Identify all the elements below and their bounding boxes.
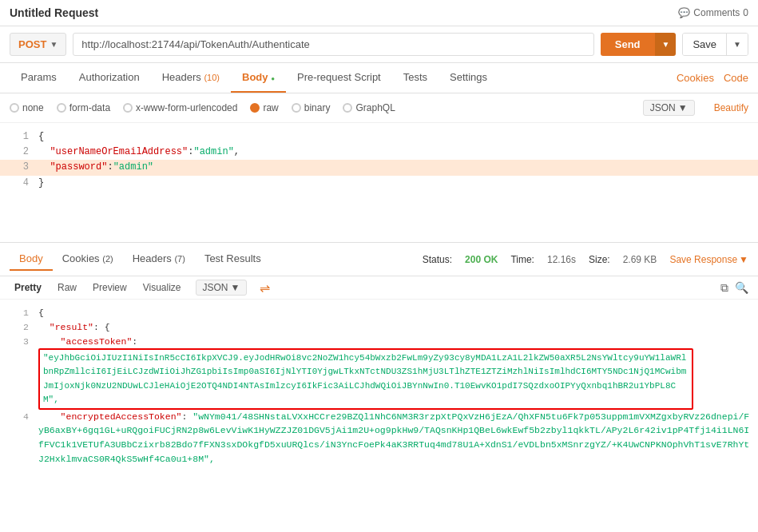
tab-body[interactable]: Body ● <box>231 63 286 93</box>
response-header: Body Cookies (2) Headers (7) Test Result… <box>0 243 758 276</box>
send-dropdown-button[interactable]: ▼ <box>655 33 677 56</box>
code-line-2: 2 "userNameOrEmailAddress":"admin", <box>0 145 758 160</box>
save-response-arrow-icon: ▼ <box>739 254 748 265</box>
send-button-group: Send ▼ <box>601 33 677 56</box>
access-token-value: "eyJhbGciOiJIUzI1NiIsInR5cCI6IkpXVCJ9.ey… <box>43 353 686 403</box>
fmt-visualize[interactable]: Visualize <box>138 280 186 295</box>
resp-tab-headers[interactable]: Headers (7) <box>123 248 195 271</box>
code-link[interactable]: Code <box>724 72 748 84</box>
url-bar: POST ▼ Send ▼ Save ▼ <box>0 26 758 63</box>
body-options-bar: none form-data x-www-form-urlencoded raw… <box>0 93 758 123</box>
cookies-link[interactable]: Cookies <box>677 72 714 84</box>
url-input[interactable] <box>73 33 593 56</box>
tab-headers[interactable]: Headers (10) <box>151 63 231 93</box>
save-response-button[interactable]: Save Response ▼ <box>669 254 748 265</box>
request-title: Untitled Request <box>10 6 98 19</box>
resp-line-3: 3 "accessToken": "eyJhbGciOiJIUzI1NiIsIn… <box>0 335 758 410</box>
option-binary[interactable]: binary <box>292 102 331 113</box>
resp-tab-body[interactable]: Body <box>10 248 53 271</box>
title-bar: Untitled Request 💬 Comments 0 <box>0 0 758 26</box>
option-binary-label: binary <box>304 102 331 113</box>
response-format-bar: Pretty Raw Preview Visualize JSON ▼ ⇌ ⧉ … <box>0 276 758 300</box>
resp-line-1: 1 { <box>0 306 758 320</box>
copy-response-button[interactable]: ⧉ <box>720 281 728 295</box>
tabs-right: Cookies Code <box>677 72 748 84</box>
option-none-label: none <box>22 102 44 113</box>
request-tabs: Params Authorization Headers (10) Body ●… <box>0 63 758 93</box>
resp-tab-test-results[interactable]: Test Results <box>195 248 271 271</box>
status-area: Status: 200 OK Time: 12.16s Size: 2.69 K… <box>423 254 748 265</box>
option-graphql[interactable]: GraphQL <box>343 102 395 113</box>
body-format-arrow-icon: ▼ <box>678 102 688 113</box>
fmt-raw[interactable]: Raw <box>53 280 81 295</box>
radio-none <box>10 103 19 113</box>
size-label: Size: <box>589 254 610 265</box>
fmt-preview[interactable]: Preview <box>88 280 132 295</box>
request-body-editor[interactable]: 1 { 2 "userNameOrEmailAddress":"admin", … <box>0 123 758 243</box>
comment-icon: 💬 <box>678 7 690 18</box>
option-urlencoded[interactable]: x-www-form-urlencoded <box>123 102 237 113</box>
send-button[interactable]: Send <box>601 33 655 56</box>
search-response-button[interactable]: 🔍 <box>735 281 748 295</box>
tab-tests[interactable]: Tests <box>392 63 439 93</box>
response-format-label: JSON <box>203 282 228 293</box>
option-raw-label: raw <box>263 102 278 113</box>
body-format-label: JSON <box>650 102 676 113</box>
method-arrow-icon: ▼ <box>50 40 58 49</box>
comments-count: 0 <box>743 7 748 18</box>
radio-binary <box>292 103 301 113</box>
size-value: 2.69 KB <box>623 254 657 265</box>
save-dropdown-button[interactable]: ▼ <box>726 34 748 55</box>
beautify-button[interactable]: Beautify <box>714 102 748 113</box>
body-format-select[interactable]: JSON ▼ <box>643 100 695 116</box>
resp-line-4: 4 "encryptedAccessToken": "wNYm041/48SHN… <box>0 410 758 466</box>
response-format-select[interactable]: JSON ▼ <box>196 280 248 296</box>
code-line-4: 4 } <box>0 176 758 191</box>
resp-format-arrow-icon: ▼ <box>231 282 240 293</box>
status-value: 200 OK <box>465 254 498 265</box>
method-value: POST <box>18 38 46 50</box>
tab-params[interactable]: Params <box>10 63 68 93</box>
radio-graphql <box>343 103 352 113</box>
option-urlencoded-label: x-www-form-urlencoded <box>136 102 237 113</box>
wrap-icon[interactable]: ⇌ <box>260 280 270 296</box>
option-none[interactable]: none <box>10 102 44 113</box>
radio-raw <box>250 103 260 113</box>
time-value: 12.16s <box>547 254 576 265</box>
option-graphql-label: GraphQL <box>355 102 395 113</box>
resp-line-2: 2 "result": { <box>0 320 758 335</box>
save-response-label: Save Response <box>669 254 737 265</box>
response-icons: ⧉ 🔍 <box>720 281 748 295</box>
method-select[interactable]: POST ▼ <box>10 33 66 56</box>
comments-button[interactable]: 💬 Comments 0 <box>678 7 748 18</box>
fmt-pretty[interactable]: Pretty <box>10 280 46 295</box>
response-tabs: Body Cookies (2) Headers (7) Test Result… <box>10 248 271 271</box>
option-form-data[interactable]: form-data <box>57 102 110 113</box>
tab-prerequest[interactable]: Pre-request Script <box>286 63 392 93</box>
comments-label: Comments <box>693 7 740 18</box>
save-button-group: Save ▼ <box>682 33 748 56</box>
resp-tab-cookies[interactable]: Cookies (2) <box>53 248 123 271</box>
option-raw[interactable]: raw <box>250 102 278 113</box>
code-line-3: 3 "password":"admin" <box>0 160 758 175</box>
tab-settings[interactable]: Settings <box>439 63 498 93</box>
radio-form-data <box>57 103 66 113</box>
time-label: Time: <box>510 254 534 265</box>
radio-urlencoded <box>123 103 133 113</box>
code-line-1: 1 { <box>0 129 758 145</box>
response-body-viewer: 1 { 2 "result": { 3 "accessToken": "eyJh… <box>0 300 758 523</box>
tab-authorization[interactable]: Authorization <box>68 63 151 93</box>
save-button[interactable]: Save <box>683 34 726 55</box>
option-form-data-label: form-data <box>69 102 110 113</box>
status-label: Status: <box>423 254 452 265</box>
